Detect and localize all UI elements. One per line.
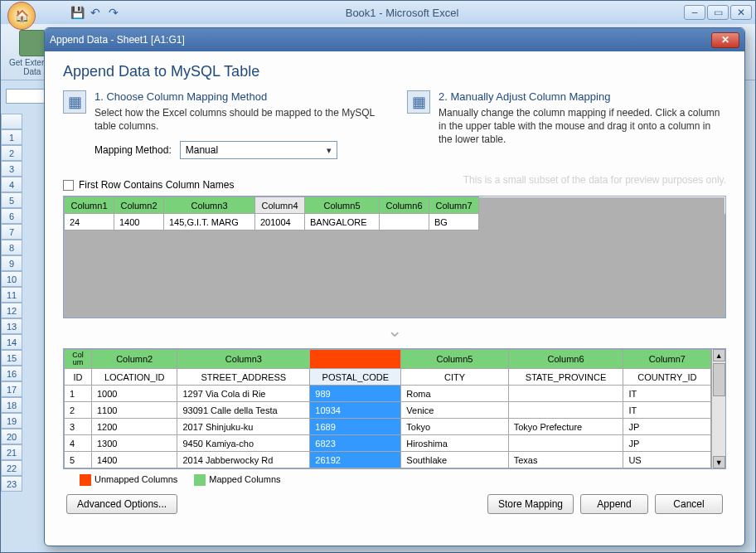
- table-row[interactable]: 3 1200 2017 Shinjuku-ku 1689 Tokyo Tokyo…: [65, 419, 711, 435]
- mapping-method-dropdown[interactable]: Manual: [180, 141, 337, 159]
- row-header[interactable]: 7: [1, 224, 22, 240]
- row-header[interactable]: 19: [1, 413, 22, 429]
- row-header[interactable]: 17: [1, 381, 22, 397]
- window-buttons: – ▭ ✕: [684, 5, 752, 20]
- field-name: ID: [65, 369, 92, 386]
- get-external-data-icon: [19, 30, 46, 56]
- source-data-row[interactable]: 24 1400 145,G.I.T. MARG 201004 BANGALORE…: [65, 214, 725, 230]
- source-col-header[interactable]: Column1: [65, 197, 114, 214]
- office-button[interactable]: 🏠: [7, 2, 36, 30]
- row-header[interactable]: 8: [1, 240, 22, 255]
- legend: Unmapped Columns Mapped Columns: [63, 474, 726, 486]
- row-header[interactable]: 9: [1, 255, 22, 271]
- store-mapping-button[interactable]: Store Mapping: [487, 494, 574, 514]
- table-row[interactable]: 4 1300 9450 Kamiya-cho 6823 Hiroshima JP: [65, 435, 711, 452]
- target-col-header-unmapped[interactable]: [310, 350, 401, 369]
- dialog-footer: Advanced Options... Store Mapping Append…: [63, 486, 726, 517]
- source-col-header[interactable]: Column2: [114, 197, 164, 214]
- target-col-header[interactable]: Column6: [508, 350, 623, 369]
- source-grid[interactable]: Column1 Column2 Column3 Column4 Column5 …: [63, 196, 726, 318]
- redo-icon[interactable]: ↷: [107, 6, 120, 19]
- row-header[interactable]: 14: [1, 334, 22, 350]
- target-col-header[interactable]: Column5: [401, 350, 508, 369]
- save-icon[interactable]: 💾: [70, 6, 84, 19]
- field-name: STATE_PROVINCE: [508, 369, 623, 386]
- target-col-header[interactable]: Column2: [91, 350, 177, 369]
- field-name: LOCATION_ID: [91, 369, 177, 386]
- append-button[interactable]: Append: [580, 494, 648, 514]
- excel-title: Book1 - Microsoft Excel: [120, 7, 684, 19]
- row-header[interactable]: 16: [1, 366, 22, 381]
- source-col-header[interactable]: Column3: [164, 197, 255, 214]
- quick-access-toolbar: 💾 ↶ ↷: [70, 6, 120, 19]
- field-name: POSTAL_CODE: [310, 369, 401, 386]
- row-header[interactable]: 13: [1, 318, 22, 334]
- scroll-down-icon[interactable]: ▼: [713, 456, 725, 468]
- legend-unmapped-label: Unmapped Columns: [94, 474, 177, 484]
- row-header[interactable]: 23: [1, 476, 22, 492]
- row-header[interactable]: 20: [1, 429, 22, 444]
- preview-note: This is a small subset of the data for p…: [463, 174, 726, 186]
- maximize-button[interactable]: ▭: [707, 5, 729, 20]
- row-header[interactable]: 15: [1, 350, 22, 366]
- row-header[interactable]: 22: [1, 460, 22, 476]
- target-col-header[interactable]: Column3: [177, 350, 310, 369]
- scroll-thumb[interactable]: [713, 363, 725, 396]
- target-col-header-row: Colum Column2 Column3 Column5 Column6 Co…: [65, 350, 711, 369]
- cell: BANGALORE: [305, 214, 380, 230]
- vertical-scrollbar[interactable]: ▲ ▼: [711, 349, 725, 468]
- append-data-dialog: Append Data - Sheet1 [A1:G1] ✕ Append Da…: [44, 27, 745, 546]
- arrow-down-icon: ⌄: [63, 320, 726, 342]
- minimize-button[interactable]: –: [684, 5, 705, 20]
- row-header[interactable]: 11: [1, 287, 22, 303]
- advanced-options-button[interactable]: Advanced Options...: [66, 494, 177, 514]
- row-header[interactable]: 6: [1, 208, 22, 224]
- row-header[interactable]: 21: [1, 444, 22, 460]
- target-col-header-small[interactable]: Colum: [65, 350, 92, 369]
- step2-heading: 2. Manually Adjust Column Mapping: [439, 90, 726, 103]
- step1-heading: 1. Choose Column Mapping Method: [94, 90, 382, 103]
- table-row[interactable]: 5 1400 2014 Jabberwocky Rd 26192 Southla…: [65, 452, 711, 468]
- row-header[interactable]: 4: [1, 177, 22, 192]
- row-header[interactable]: 2: [1, 145, 22, 161]
- dialog-title: Append Data to MySQL Table: [63, 63, 726, 80]
- legend-swatch-mapped: [194, 474, 206, 486]
- source-col-header[interactable]: Column7: [429, 197, 479, 214]
- close-button[interactable]: ✕: [730, 5, 752, 20]
- row-header[interactable]: 1: [1, 129, 22, 145]
- source-col-header[interactable]: Column6: [380, 197, 429, 214]
- target-grid[interactable]: Colum Column2 Column3 Column5 Column6 Co…: [63, 348, 726, 469]
- first-row-checkbox-label: First Row Contains Column Names: [79, 179, 234, 191]
- cell: 1400: [114, 214, 164, 230]
- select-all-triangle[interactable]: [1, 114, 22, 129]
- target-col-header[interactable]: Column7: [623, 350, 711, 369]
- source-col-header-unmapped[interactable]: Column4: [255, 197, 305, 214]
- excel-window: 🏠 💾 ↶ ↷ Book1 - Microsoft Excel – ▭ ✕ Ge…: [0, 0, 756, 553]
- row-header[interactable]: 18: [1, 397, 22, 413]
- dialog-titlebar[interactable]: Append Data - Sheet1 [A1:G1] ✕: [45, 28, 744, 51]
- step2-text: Manually change the column mapping if ne…: [439, 106, 726, 147]
- row-header[interactable]: 5: [1, 192, 22, 208]
- first-row-checkbox[interactable]: [63, 180, 74, 191]
- dialog-close-button[interactable]: ✕: [711, 32, 739, 48]
- undo-icon[interactable]: ↶: [89, 6, 102, 19]
- table-row[interactable]: 2 1100 93091 Calle della Testa 10934 Ven…: [65, 402, 711, 419]
- dialog-titlebar-text: Append Data - Sheet1 [A1:G1]: [50, 34, 185, 46]
- target-field-name-row: ID LOCATION_ID STREET_ADDRESS POSTAL_COD…: [65, 369, 711, 386]
- cell: 145,G.I.T. MARG: [164, 214, 255, 230]
- adjust-mapping-icon: [407, 90, 430, 114]
- cancel-button[interactable]: Cancel: [655, 494, 723, 514]
- cell: 24: [65, 214, 114, 230]
- row-header[interactable]: 3: [1, 161, 22, 177]
- row-header[interactable]: 10: [1, 271, 22, 287]
- table-row[interactable]: 1 1000 1297 Via Cola di Rie 989 Roma IT: [65, 386, 711, 402]
- excel-titlebar: 🏠 💾 ↶ ↷ Book1 - Microsoft Excel – ▭ ✕: [1, 1, 755, 24]
- source-col-header[interactable]: Column5: [305, 197, 380, 214]
- field-name: STREET_ADDRESS: [177, 369, 310, 386]
- dialog-body: Append Data to MySQL Table 1. Choose Col…: [45, 51, 744, 546]
- mapping-method-icon: [63, 90, 86, 114]
- mapping-method-label: Mapping Method:: [94, 144, 172, 156]
- scroll-up-icon[interactable]: ▲: [713, 349, 725, 361]
- row-header[interactable]: 12: [1, 303, 22, 318]
- cell: 201004: [255, 214, 305, 230]
